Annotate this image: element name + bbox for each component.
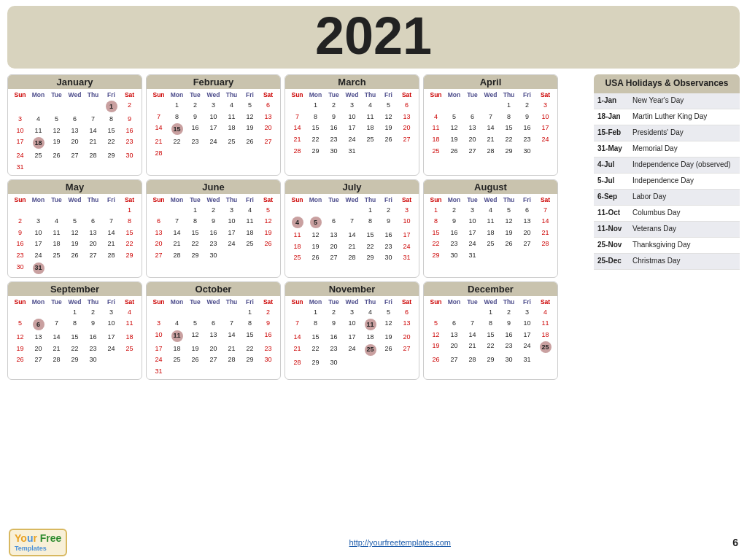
cal-day: 2 <box>379 205 398 216</box>
month-title-february: February <box>147 75 280 89</box>
dow-wed: Wed <box>343 195 361 204</box>
cal-day: 11 <box>427 122 445 133</box>
cal-day: 16 <box>186 122 204 136</box>
cal-day: 19 <box>186 343 204 354</box>
cal-day: 10 <box>398 216 416 229</box>
cal-day: 9 <box>186 112 204 122</box>
cal-day <box>11 205 29 216</box>
cal-grid-november: SunMonTueWedThuFriSat1234567891011121314… <box>288 298 416 368</box>
cal-day <box>343 205 361 216</box>
cal-day: 26 <box>11 354 29 365</box>
cal-day: 5 <box>500 205 518 216</box>
dow-sat: Sat <box>259 195 277 204</box>
dow-tue: Tue <box>47 195 66 204</box>
cal-day: 4 <box>361 100 379 111</box>
cal-day <box>47 262 66 275</box>
month-title-july: July <box>285 180 419 194</box>
cal-day: 27 <box>398 343 416 357</box>
dow-fri: Fri <box>518 298 536 306</box>
cal-day: 16 <box>325 122 343 133</box>
cal-day: 9 <box>325 318 343 331</box>
holiday-item: 5-JulIndependence Day <box>594 174 740 190</box>
cal-day <box>398 357 416 368</box>
calendars-area: JanuarySunMonTueWedThuFriSat123456789101… <box>7 74 589 379</box>
cal-day: 21 <box>536 228 554 238</box>
cal-day: 29 <box>361 252 379 263</box>
cal-day: 12 <box>445 122 463 133</box>
cal-day: 19 <box>47 136 66 149</box>
cal-day: 3 <box>343 307 361 318</box>
cal-day: 22 <box>241 343 259 354</box>
holiday-item: 6-SepLabor Day <box>594 190 740 206</box>
cal-day: 20 <box>259 122 277 136</box>
dow-wed: Wed <box>66 195 84 204</box>
cal-day: 23 <box>500 341 518 354</box>
cal-day: 20 <box>445 341 463 354</box>
cal-day: 17 <box>398 230 416 241</box>
dow-wed: Wed <box>481 298 500 306</box>
cal-day: 3 <box>518 307 536 318</box>
cal-day: 18 <box>168 343 186 354</box>
footer-url[interactable]: http://yourfreetemplates.com <box>349 538 451 547</box>
cal-day <box>241 148 259 159</box>
cal-day: 2 <box>259 307 277 318</box>
cal-day: 25 <box>168 354 186 365</box>
cal-day: 6 <box>518 205 536 216</box>
cal-day <box>66 162 84 173</box>
dow-tue: Tue <box>325 298 343 306</box>
cal-day: 5 <box>186 318 204 329</box>
dow-fri: Fri <box>102 298 120 306</box>
cal-day <box>325 205 343 216</box>
cal-day: 5 <box>427 318 445 329</box>
cal-day: 8 <box>102 114 120 125</box>
dow-wed: Wed <box>66 90 84 99</box>
cal-day: 23 <box>445 238 463 249</box>
cal-day: 26 <box>379 134 398 145</box>
cal-day: 24 <box>343 134 361 145</box>
cal-day: 2 <box>325 100 343 111</box>
cal-day: 29 <box>186 250 204 261</box>
cal-day <box>66 205 84 216</box>
dow-tue: Tue <box>47 298 66 306</box>
cal-day: 7 <box>536 205 554 216</box>
holiday-date: 5-Jul <box>597 176 632 184</box>
cal-day: 16 <box>518 122 536 133</box>
cal-day <box>84 162 102 173</box>
cal-day: 31 <box>463 250 481 261</box>
month-title-september: September <box>8 282 142 296</box>
cal-day: 2 <box>500 307 518 318</box>
cal-day <box>102 205 120 216</box>
cal-day: 3 <box>29 216 47 227</box>
cal-day: 23 <box>259 343 277 354</box>
dow-fri: Fri <box>379 298 398 306</box>
cal-day: 7 <box>463 318 481 329</box>
holiday-date: 11-Oct <box>597 208 632 217</box>
cal-day: 11 <box>120 318 139 331</box>
main-area: JanuarySunMonTueWedThuFriSat123456789101… <box>7 74 740 379</box>
cal-day: 20 <box>463 134 481 145</box>
dow-sat: Sat <box>120 195 139 204</box>
cal-day <box>361 357 379 368</box>
dow-thu: Thu <box>222 298 241 306</box>
cal-day: 27 <box>29 354 47 365</box>
dow-sat: Sat <box>536 298 554 306</box>
cal-day: 10 <box>343 112 361 122</box>
cal-day <box>259 250 277 261</box>
dow-mon: Mon <box>29 90 47 99</box>
cal-month-december: DecemberSunMonTueWedThuFriSat12345678910… <box>423 281 558 380</box>
cal-day: 24 <box>11 150 29 161</box>
cal-day: 22 <box>481 341 500 354</box>
cal-day: 10 <box>222 216 241 227</box>
cal-day: 14 <box>168 228 186 238</box>
cal-day: 20 <box>325 241 343 252</box>
cal-day: 17 <box>222 228 241 238</box>
cal-day: 19 <box>427 341 445 354</box>
cal-day: 6 <box>463 112 481 122</box>
logo-templates: Templates <box>15 545 61 553</box>
cal-day: 30 <box>84 354 102 365</box>
dow-fri: Fri <box>518 195 536 204</box>
dow-mon: Mon <box>306 195 325 204</box>
cal-day: 29 <box>427 250 445 261</box>
cal-month-february: FebruarySunMonTueWedThuFriSat12345678910… <box>146 74 281 175</box>
cal-day: 8 <box>481 318 500 329</box>
